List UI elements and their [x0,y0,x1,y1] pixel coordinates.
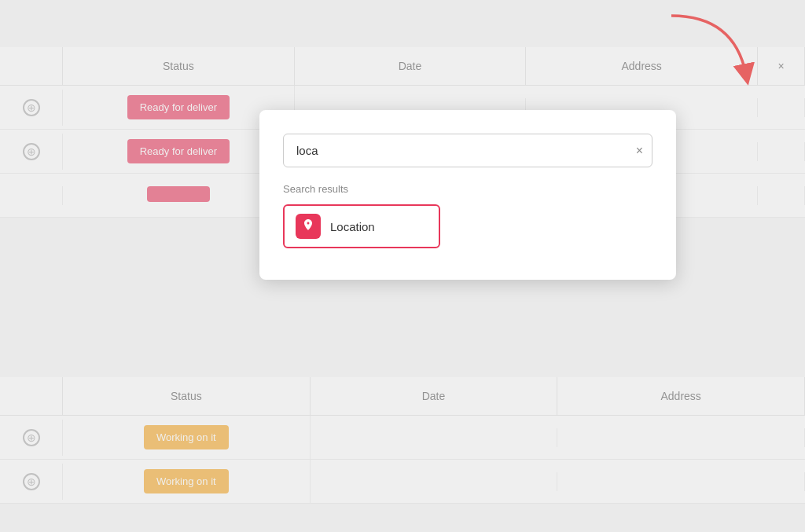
search-input[interactable] [283,134,652,167]
search-modal: × Search results Location [259,110,676,280]
search-clear-button[interactable]: × [636,145,643,157]
result-location-label: Location [330,220,375,233]
search-results-label: Search results [283,183,652,195]
search-input-wrapper: × [283,134,652,167]
location-icon [296,214,321,239]
search-result-location[interactable]: Location [283,204,440,248]
